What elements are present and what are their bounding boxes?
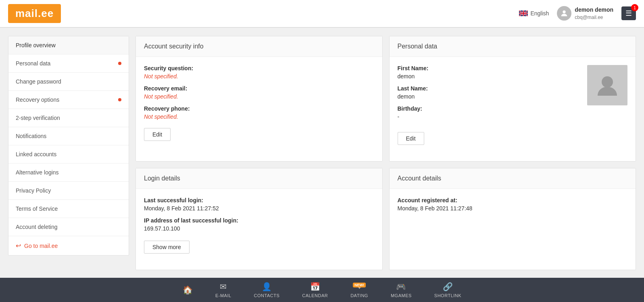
personal-card-title: Personal data [390, 36, 636, 57]
back-arrow-icon: ↩ [16, 242, 21, 250]
recovery-phone-label: Recovery phone: [144, 105, 374, 112]
notification-badge: 1 [631, 4, 638, 11]
required-indicator [118, 62, 121, 65]
header: mail.ee English demon demon cbq@m [0, 0, 644, 27]
last-login-value: Monday, 8 Feb 2021 11:27:52 [144, 205, 374, 212]
personal-grid: First Name: demon Last Name: demon Birth… [398, 65, 628, 145]
sidebar-item-recovery-options[interactable]: Recovery options [8, 91, 129, 109]
personal-card-body: First Name: demon Last Name: demon Birth… [390, 57, 636, 153]
security-question-value: Not specified. [144, 73, 374, 80]
personal-edit-button[interactable]: Edit [398, 132, 424, 145]
login-card: Login details Last successful login: Mon… [135, 168, 383, 270]
sidebar-item-2step-verification[interactable]: 2-step verification [8, 109, 129, 127]
birthday-value: - [398, 113, 581, 120]
logo[interactable]: mail.ee [8, 4, 61, 23]
account-card-body: Account registered at: Monday, 8 Feb 202… [390, 189, 636, 220]
birthday-field: Birthday: - [398, 105, 581, 120]
login-card-body: Last successful login: Monday, 8 Feb 202… [136, 189, 382, 262]
header-right: English demon demon cbq@mail.ee ☰ 1 [519, 6, 636, 21]
personal-fields: First Name: demon Last Name: demon Birth… [398, 65, 581, 145]
profile-avatar-placeholder [587, 65, 627, 105]
sidebar-item-notifications[interactable]: Notifications [8, 127, 129, 145]
account-card: Account details Account registered at: M… [389, 168, 636, 270]
security-question-label: Security question: [144, 65, 374, 71]
sidebar-item-label: Profile overview [16, 42, 56, 48]
security-card-title: Account security info [136, 36, 382, 57]
main-container: Profile overviewPersonal dataChange pass… [0, 28, 644, 278]
sidebar-item-label: Notifications [16, 133, 46, 139]
sidebar-items: Profile overviewPersonal dataChange pass… [8, 36, 129, 236]
sidebar-item-label: Recovery options [16, 96, 59, 103]
svg-point-2 [602, 76, 613, 88]
sidebar-back-link[interactable]: ↩ Go to mail.ee [8, 236, 129, 255]
last-name-label: Last Name: [398, 85, 581, 92]
user-email: cbq@mail.ee [575, 14, 613, 21]
first-name-value: demon [398, 73, 581, 80]
language-selector[interactable]: English [519, 10, 549, 17]
last-name-field: Last Name: demon [398, 85, 581, 100]
sidebar-item-personal-data[interactable]: Personal data [8, 55, 129, 73]
user-info: demon demon cbq@mail.ee [557, 6, 613, 21]
last-name-value: demon [398, 93, 581, 100]
sidebar-item-label: Terms of Service [16, 206, 58, 212]
registered-value: Monday, 8 Feb 2021 11:27:48 [398, 205, 628, 212]
sidebar-item-label: 2-step verification [16, 115, 60, 121]
sidebar-item-label: Change password [16, 78, 61, 85]
bottom-nav: 🏠✉E-MAIL👤CONTACTS📅CALENDARNEW!❤DATING🎮MG… [0, 278, 644, 278]
security-edit-button[interactable]: Edit [144, 128, 171, 141]
first-name-label: First Name: [398, 65, 581, 71]
ip-address-label: IP address of last successful login: [144, 217, 374, 224]
personal-card: Personal data First Name: demon Last Nam… [389, 36, 636, 161]
security-card: Account security info Security question:… [135, 36, 383, 161]
login-card-title: Login details [136, 168, 382, 189]
sidebar-item-alternative-logins[interactable]: Alternative logins [8, 164, 129, 182]
menu-button[interactable]: ☰ 1 [621, 6, 636, 20]
sidebar-item-label: Privacy Policy [16, 187, 51, 194]
language-label: English [530, 10, 549, 17]
recovery-phone-value: Not specified. [144, 113, 374, 120]
recovery-email-label: Recovery email: [144, 85, 374, 92]
birthday-label: Birthday: [398, 105, 581, 112]
sidebar-item-profile-overview[interactable]: Profile overview [8, 36, 129, 55]
flag-uk-icon [519, 10, 528, 16]
show-more-button[interactable]: Show more [144, 241, 190, 254]
sidebar-item-account-deleting[interactable]: Account deleting [8, 218, 129, 236]
sidebar-item-linked-accounts[interactable]: Linked accounts [8, 145, 129, 164]
sidebar: Profile overviewPersonal dataChange pass… [8, 36, 129, 256]
svg-point-1 [563, 10, 566, 13]
sidebar-item-label: Account deleting [16, 224, 58, 230]
account-card-title: Account details [390, 168, 636, 189]
user-avatar-icon [557, 6, 571, 21]
last-login-label: Last successful login: [144, 197, 374, 203]
registered-label: Account registered at: [398, 197, 628, 203]
recovery-email-value: Not specified. [144, 93, 374, 100]
avatar-silhouette-icon [595, 73, 619, 97]
content-area: Account security info Security question:… [135, 36, 636, 270]
user-details: demon demon cbq@mail.ee [575, 6, 613, 21]
sidebar-item-label: Personal data [16, 60, 50, 67]
sidebar-item-terms-service[interactable]: Terms of Service [8, 200, 129, 218]
security-card-body: Security question: Not specified. Recove… [136, 57, 382, 149]
required-indicator [118, 98, 121, 101]
sidebar-item-change-password[interactable]: Change password [8, 73, 129, 91]
user-name: demon demon [575, 6, 613, 14]
sidebar-item-privacy-policy[interactable]: Privacy Policy [8, 182, 129, 200]
sidebar-item-label: Alternative logins [16, 169, 59, 176]
first-name-field: First Name: demon [398, 65, 581, 80]
back-label: Go to mail.ee [24, 243, 58, 249]
sidebar-item-label: Linked accounts [16, 151, 56, 157]
ip-address-value: 169.57.10.100 [144, 225, 374, 232]
